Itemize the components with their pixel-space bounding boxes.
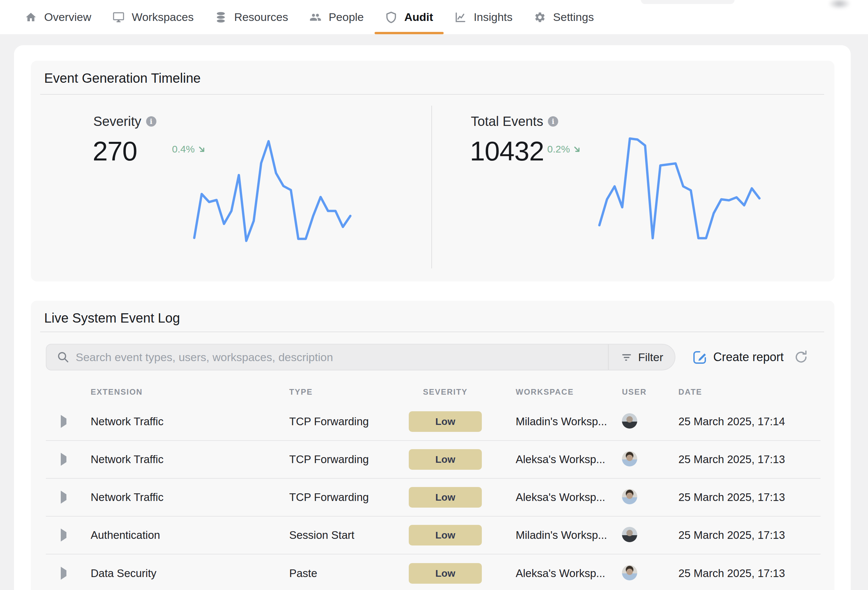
severity-sparkline (194, 141, 350, 241)
type-cell: Session Start (289, 529, 409, 541)
database-icon (215, 11, 227, 23)
total-events-stat-value: 10432 (470, 138, 544, 165)
filter-label: Filter (638, 351, 663, 364)
refresh-icon (794, 349, 809, 365)
nav-item-label: Settings (553, 10, 594, 24)
home-icon (25, 11, 37, 23)
search-icon (56, 350, 70, 364)
date-cell: 25 March 2025, 17:13 (678, 529, 821, 541)
divider (40, 331, 824, 332)
log-toolbar: Filter Create report (46, 344, 809, 370)
filter-icon (620, 351, 633, 364)
top-nav: OverviewWorkspacesResourcesPeopleAuditIn… (0, 0, 868, 34)
nav-item-label: Resources (234, 10, 288, 24)
filter-button[interactable]: Filter (608, 345, 675, 370)
search-input[interactable] (70, 345, 608, 370)
column-header-user: USER (622, 387, 678, 397)
severity-badge: Low (409, 449, 482, 470)
severity-delta-text: 0.4% (172, 143, 195, 155)
avatar (622, 413, 637, 429)
timeline-card-header: Event Generation Timeline (31, 61, 834, 95)
chart-icon (454, 11, 466, 23)
nav-item-label: Audit (404, 10, 433, 24)
total-events-label-text: Total Events (471, 114, 543, 129)
nav-item-insights[interactable]: Insights (444, 0, 523, 34)
avatar (622, 451, 637, 466)
severity-label-text: Severity (93, 114, 142, 129)
timeline-card-body: Severity 270 0.4% Total Events 10432 0.2… (31, 95, 834, 281)
date-cell: 25 March 2025, 17:13 (678, 453, 821, 466)
total-events-delta-text: 0.2% (547, 143, 570, 155)
nav-item-label: Insights (474, 10, 512, 24)
table-row[interactable]: Network TrafficTCP ForwardingLowMiladin'… (46, 403, 821, 441)
nav-item-settings[interactable]: Settings (523, 0, 605, 34)
nav-item-label: People (329, 10, 364, 24)
monitor-icon (112, 11, 124, 23)
date-cell: 25 March 2025, 17:14 (678, 415, 821, 428)
shield-icon (385, 11, 397, 23)
total-events-stat-delta: 0.2% (547, 143, 582, 155)
severity-badge: Low (409, 525, 482, 546)
expand-row-icon[interactable] (61, 415, 66, 428)
refresh-button[interactable] (794, 349, 809, 365)
workspace-cell: Aleksa's Worksp... (516, 453, 622, 466)
severity-stat-value: 270 (93, 138, 137, 165)
column-header-workspace: WORKSPACE (516, 387, 622, 397)
top-right-smudge (824, 0, 855, 11)
main-panel: Event Generation Timeline Severity 270 0… (14, 45, 851, 590)
event-generation-timeline-card: Event Generation Timeline Severity 270 0… (31, 61, 834, 281)
nav-item-people[interactable]: People (299, 0, 375, 34)
column-header-date: DATE (678, 387, 821, 397)
expand-row-icon[interactable] (61, 567, 66, 580)
table-row[interactable]: Data SecurityPasteLowAleksa's Worksp...2… (46, 555, 821, 590)
expand-row-icon[interactable] (61, 529, 66, 541)
date-cell: 25 March 2025, 17:13 (678, 567, 821, 580)
date-cell: 25 March 2025, 17:13 (678, 491, 821, 504)
nav-item-audit[interactable]: Audit (375, 0, 444, 34)
nav-item-resources[interactable]: Resources (204, 0, 299, 34)
timeline-card-title: Event Generation Timeline (44, 71, 201, 86)
extension-cell: Data Security (91, 567, 289, 580)
info-icon[interactable] (146, 116, 156, 127)
expand-row-icon[interactable] (61, 491, 66, 504)
workspace-cell: Miladin's Worksp... (516, 415, 622, 428)
avatar (622, 565, 637, 580)
gear-icon (534, 11, 546, 23)
workspace-cell: Aleksa's Worksp... (516, 567, 622, 580)
type-cell: TCP Forwarding (289, 453, 409, 466)
total-events-sparkline (599, 139, 759, 238)
avatar (622, 527, 637, 542)
live-system-event-log-card: Live System Event Log Filter Create (31, 301, 834, 590)
type-cell: Paste (289, 567, 409, 580)
total-events-stat-label: Total Events (471, 114, 558, 129)
info-icon[interactable] (548, 116, 558, 127)
severity-stat-label: Severity (93, 114, 156, 129)
nav-item-label: Overview (44, 10, 91, 24)
divider (431, 106, 432, 268)
create-report-button[interactable]: Create report (692, 349, 784, 365)
top-popover-remnant (641, 0, 735, 4)
table-body: Network TrafficTCP ForwardingLowMiladin'… (46, 403, 821, 590)
nav-item-label: Workspaces (132, 10, 193, 24)
search-bar: Filter (46, 344, 675, 370)
type-cell: TCP Forwarding (289, 491, 409, 504)
type-cell: TCP Forwarding (289, 415, 409, 428)
table-header-row: EXTENSIONTYPESEVERITYWORKSPACEUSERDATE (46, 382, 821, 402)
extension-cell: Network Traffic (91, 415, 289, 428)
severity-badge: Low (409, 487, 482, 508)
nav-item-overview[interactable]: Overview (14, 0, 102, 34)
severity-badge: Low (409, 563, 482, 584)
create-report-label: Create report (713, 350, 784, 364)
extension-cell: Authentication (91, 529, 289, 541)
edit-icon (692, 349, 707, 365)
nav-item-workspaces[interactable]: Workspaces (102, 0, 204, 34)
table-row[interactable]: AuthenticationSession StartLowMiladin's … (46, 517, 821, 555)
column-header-type: TYPE (289, 387, 409, 397)
expand-row-icon[interactable] (61, 453, 66, 466)
table-row[interactable]: Network TrafficTCP ForwardingLowAleksa's… (46, 479, 821, 517)
workspace-cell: Aleksa's Worksp... (516, 491, 622, 504)
table-row[interactable]: Network TrafficTCP ForwardingLowAleksa's… (46, 441, 821, 479)
avatar (622, 489, 637, 504)
arrow-down-right-icon (573, 145, 582, 154)
column-header-extension: EXTENSION (91, 387, 289, 397)
